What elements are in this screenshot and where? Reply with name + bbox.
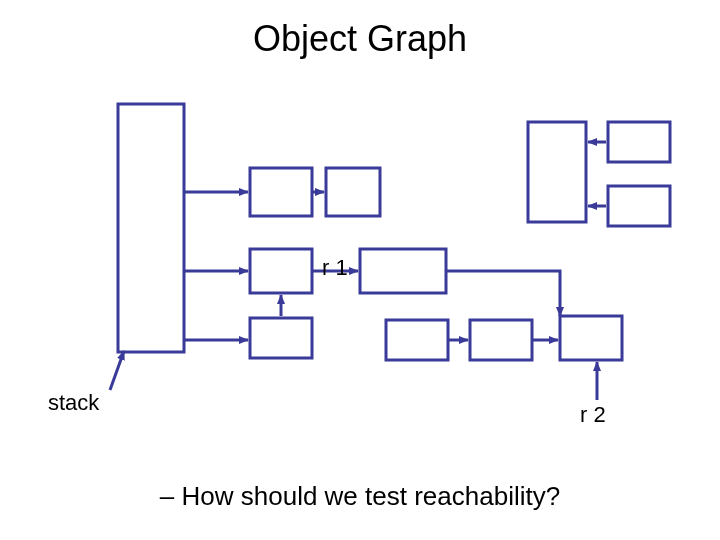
- node-b32: [386, 320, 448, 360]
- node-topR2: [608, 122, 670, 162]
- node-b21: [250, 249, 312, 293]
- node-b11: [250, 168, 312, 216]
- question-text: – How should we test reachability?: [0, 481, 720, 512]
- node-stack: [118, 104, 184, 352]
- node-b12: [326, 168, 380, 216]
- node-topR1: [528, 122, 586, 222]
- node-b33: [470, 320, 532, 360]
- arrow: [446, 271, 560, 316]
- label-r2: r 2: [580, 402, 606, 428]
- node-topR3: [608, 186, 670, 226]
- label-r1: r 1: [322, 255, 348, 281]
- node-b31: [250, 318, 312, 358]
- arrow: [110, 351, 124, 390]
- label-stack: stack: [48, 390, 99, 416]
- object-graph-svg: [0, 0, 720, 540]
- node-b22: [360, 249, 446, 293]
- node-b34: [560, 316, 622, 360]
